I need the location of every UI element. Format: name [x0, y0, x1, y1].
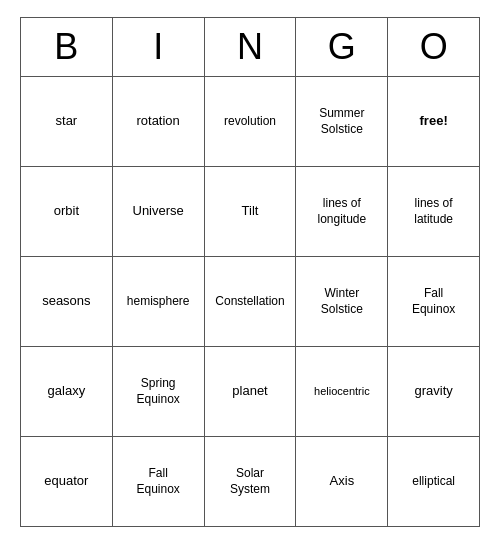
bingo-cell: equator [21, 437, 113, 527]
bingo-cell: planet [204, 347, 296, 437]
bingo-header-letter: O [388, 18, 480, 77]
bingo-body: starrotationrevolutionSummer Solsticefre… [21, 77, 480, 527]
bingo-cell: Fall Equinox [112, 437, 204, 527]
bingo-header: BINGO [21, 18, 480, 77]
bingo-cell: Tilt [204, 167, 296, 257]
bingo-cell: free! [388, 77, 480, 167]
bingo-cell: elliptical [388, 437, 480, 527]
bingo-cell: star [21, 77, 113, 167]
bingo-cell: Universe [112, 167, 204, 257]
bingo-cell: seasons [21, 257, 113, 347]
bingo-cell: heliocentric [296, 347, 388, 437]
bingo-cell: Summer Solstice [296, 77, 388, 167]
bingo-card: BINGO starrotationrevolutionSummer Solst… [20, 17, 480, 527]
bingo-cell: Solar System [204, 437, 296, 527]
bingo-row: seasonshemisphereConstellationWinter Sol… [21, 257, 480, 347]
bingo-row: starrotationrevolutionSummer Solsticefre… [21, 77, 480, 167]
bingo-header-letter: B [21, 18, 113, 77]
bingo-cell: orbit [21, 167, 113, 257]
bingo-cell: lines of latitude [388, 167, 480, 257]
bingo-cell: Winter Solstice [296, 257, 388, 347]
bingo-row: equatorFall EquinoxSolar SystemAxisellip… [21, 437, 480, 527]
bingo-row: galaxySpring Equinoxplanetheliocentricgr… [21, 347, 480, 437]
bingo-cell: galaxy [21, 347, 113, 437]
bingo-cell: gravity [388, 347, 480, 437]
bingo-cell: Fall Equinox [388, 257, 480, 347]
bingo-cell: revolution [204, 77, 296, 167]
bingo-header-letter: N [204, 18, 296, 77]
bingo-cell: Spring Equinox [112, 347, 204, 437]
bingo-header-letter: I [112, 18, 204, 77]
bingo-row: orbitUniverseTiltlines of longitudelines… [21, 167, 480, 257]
bingo-cell: rotation [112, 77, 204, 167]
bingo-cell: hemisphere [112, 257, 204, 347]
bingo-cell: lines of longitude [296, 167, 388, 257]
bingo-cell: Constellation [204, 257, 296, 347]
bingo-header-letter: G [296, 18, 388, 77]
bingo-cell: Axis [296, 437, 388, 527]
